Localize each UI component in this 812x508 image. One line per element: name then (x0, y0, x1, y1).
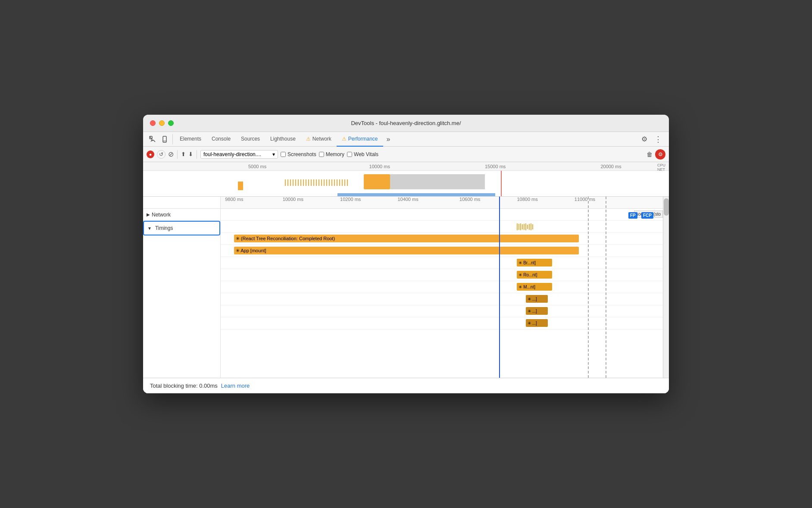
close-button[interactable] (150, 120, 156, 126)
tab-sources-label: Sources (241, 136, 260, 142)
minimize-button[interactable] (159, 120, 165, 126)
memory-checkbox-label[interactable]: Memory (319, 151, 344, 157)
tick-marks (517, 221, 533, 232)
ro-label: ✳ Ro...nt] (518, 273, 537, 277)
inspector-icon-btn[interactable] (147, 136, 159, 143)
more-options-icon[interactable]: ⋮ (651, 135, 665, 144)
tick-1 (517, 223, 518, 230)
reconciliation-bar[interactable]: ✳ (React Tree Reconciliation: Completed … (234, 235, 579, 242)
timeline-area: 5000 ms 10000 ms 15000 ms 20000 ms CPU N… (143, 162, 669, 393)
tab-performance[interactable]: ⚠ Performance (337, 132, 383, 147)
reconciliation-label: ✳ (React Tree Reconciliation: Completed … (236, 236, 335, 241)
m-label: ✳ M...nt] (518, 285, 535, 289)
br-bar[interactable]: ✳ Br...nt] (517, 259, 552, 267)
sub-components-row-3: ✳ M...nt] (221, 281, 663, 293)
tab-console[interactable]: Console (206, 132, 236, 147)
sub-components-row-2: ✳ Ro...nt] (221, 269, 663, 281)
sidebar-network-section[interactable]: ▶ Network (143, 209, 220, 221)
ruler-10600: 10600 ms (459, 197, 480, 202)
scrollbar-track[interactable] (663, 197, 669, 378)
trash-button[interactable]: 🗑 (646, 151, 653, 158)
overview-ruler: 5000 ms 10000 ms 15000 ms 20000 ms CPU N… (143, 162, 669, 171)
nested-label-1: ✳ ...] (528, 297, 537, 301)
overview-canvas[interactable] (143, 171, 669, 197)
nested-row-2: ✳ ...] (221, 305, 663, 317)
scrollbar-thumb[interactable] (664, 198, 669, 216)
learn-more-link[interactable]: Learn more (221, 383, 250, 389)
cpu-spike-1 (364, 174, 390, 189)
nested-row-1: ✳ ...] (221, 293, 663, 305)
tab-lighthouse-label: Lighthouse (270, 136, 296, 142)
tick-4 (522, 224, 523, 229)
nested-label-3: ✳ ...] (528, 321, 537, 326)
download-button[interactable]: ⬇ (188, 151, 193, 157)
hatched-area (390, 174, 485, 189)
memory-checkbox[interactable] (319, 152, 324, 157)
reload-record-button[interactable]: ↺ (157, 150, 166, 159)
clear-button[interactable]: ⊘ (168, 150, 174, 158)
network-warning-icon: ⚠ (306, 136, 311, 142)
tab-elements[interactable]: Elements (175, 132, 206, 147)
cpu-spike-2 (238, 182, 243, 190)
devtools-window: DevTools - foul-heavenly-direction.glitc… (143, 115, 669, 393)
timings-section-label: Timings (155, 225, 173, 231)
web-vitals-checkbox-label[interactable]: Web Vitals (347, 151, 378, 157)
network-row: soop.jpg (sto FP FCP (221, 209, 663, 221)
mobile-icon-btn[interactable] (159, 136, 171, 143)
nested-bar-3[interactable]: ✳ ...] (526, 319, 548, 327)
red-vertical-line (501, 171, 502, 197)
sub-components-row-1: ✳ Br...nt] (221, 257, 663, 269)
ruler-mark-10000: 10000 ms (369, 164, 390, 169)
timeline-sidebar: ▶ Network ▼ Timings (143, 197, 221, 378)
window-title: DevTools - foul-heavenly-direction.glitc… (351, 120, 461, 126)
app-mount-bar[interactable]: ✳ App [mount] (234, 247, 579, 254)
nested-row-3: ✳ ...] (221, 317, 663, 329)
screenshots-checkbox-label[interactable]: Screenshots (281, 151, 316, 157)
profile-url: foul-heavenly-direction.... (203, 151, 261, 157)
m-bar[interactable]: ✳ M...nt] (517, 283, 552, 291)
cpu-label: CPU (657, 163, 665, 167)
ruler-10000: 10000 ms (283, 197, 303, 202)
maximize-button[interactable] (168, 120, 174, 126)
network-section-label: Network (152, 212, 171, 218)
ruler-10200: 10200 ms (340, 197, 361, 202)
network-arrow-icon: ▶ (147, 212, 150, 217)
tab-elements-label: Elements (180, 136, 201, 142)
timeline-overview[interactable]: 5000 ms 10000 ms 15000 ms 20000 ms CPU N… (143, 162, 669, 197)
ruler-mark-5000: 5000 ms (248, 164, 266, 169)
traffic-lights (150, 120, 174, 126)
web-vitals-label: Web Vitals (354, 151, 378, 157)
ruler-10800: 10800 ms (517, 197, 537, 202)
tick-marks-row (221, 221, 663, 233)
timeline-content[interactable]: 9800 ms 10000 ms 10200 ms 10400 ms 10600… (221, 197, 663, 378)
cpu-activity-bar (285, 179, 348, 186)
profile-selector[interactable]: foul-heavenly-direction.... ▾ (200, 150, 278, 159)
br-label: ✳ Br...nt] (518, 260, 536, 265)
settings-icon[interactable]: ⚙ (638, 135, 651, 143)
tab-network[interactable]: ⚠ Network (301, 132, 337, 147)
web-vitals-checkbox[interactable] (347, 152, 352, 157)
chevron-down-icon: ▾ (272, 151, 275, 157)
tab-sources[interactable]: Sources (236, 132, 265, 147)
tab-network-label: Network (312, 136, 331, 142)
nested-bar-2[interactable]: ✳ ...] (526, 307, 548, 315)
tab-lighthouse[interactable]: Lighthouse (265, 132, 301, 147)
record-button[interactable]: ● (147, 151, 154, 158)
performance-warning-icon: ⚠ (342, 136, 347, 142)
tick-9 (531, 223, 531, 230)
status-bar: Total blocking time: 0.00ms Learn more (143, 378, 669, 393)
memory-label: Memory (326, 151, 344, 157)
timings-arrow-icon: ▼ (147, 226, 152, 231)
nested-bar-1[interactable]: ✳ ...] (526, 295, 548, 303)
settings-red-button[interactable]: ⚙ (655, 149, 665, 160)
screenshots-checkbox[interactable] (281, 152, 286, 157)
vertical-line (499, 197, 500, 378)
reconciliation-row: ✳ (React Tree Reconciliation: Completed … (221, 233, 663, 245)
upload-button[interactable]: ⬆ (181, 151, 186, 157)
performance-toolbar: ● ↺ ⊘ ⬆ ⬇ foul-heavenly-direction.... ▾ … (143, 147, 669, 162)
app-mount-label: ✳ App [mount] (236, 248, 266, 254)
timings-section[interactable]: ▼ Timings (143, 221, 220, 235)
more-tabs-button[interactable]: » (383, 135, 394, 143)
ro-bar[interactable]: ✳ Ro...nt] (517, 271, 552, 279)
tick-7 (527, 225, 528, 229)
